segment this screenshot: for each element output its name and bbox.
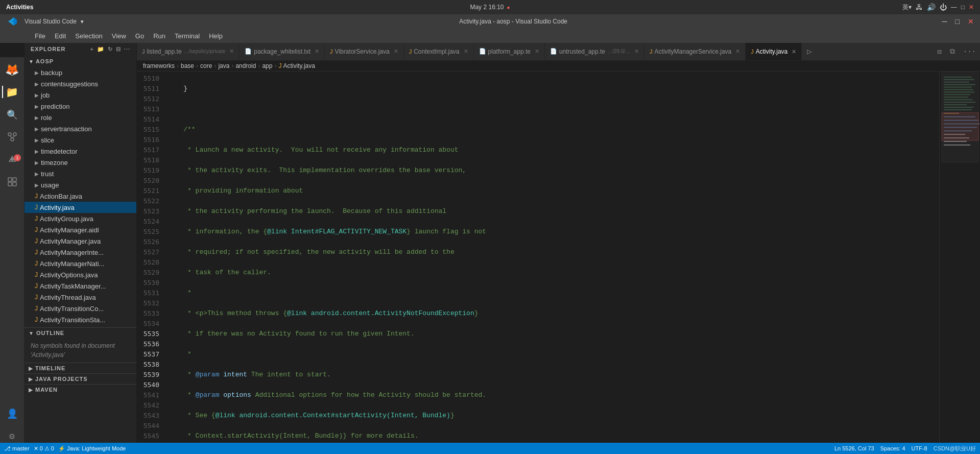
code-content[interactable]: } /** * Launch a new activity. You will … bbox=[163, 71, 939, 454]
folder-role[interactable]: ▶ role bbox=[25, 112, 136, 123]
status-errors[interactable]: ✕ 0 ⚠ 0 bbox=[34, 445, 54, 452]
more-btn[interactable]: ··· bbox=[959, 43, 980, 60]
menu-file[interactable]: File bbox=[31, 31, 50, 41]
maven-header[interactable]: ▶ MAVEN bbox=[25, 385, 136, 395]
tree-root-aosp[interactable]: ▼ AOSP bbox=[25, 56, 136, 67]
lang-indicator[interactable]: 英▾ bbox=[902, 3, 912, 12]
tab-run-button[interactable]: ▷ bbox=[803, 43, 816, 60]
file-activitytaskmgr[interactable]: J ActivityTaskManager... bbox=[25, 280, 136, 292]
activity-search[interactable]: 🔍 bbox=[2, 104, 22, 125]
menu-terminal[interactable]: Terminal bbox=[171, 31, 204, 41]
refresh-btn[interactable]: ↻ bbox=[108, 46, 113, 53]
svg-point-1 bbox=[13, 133, 16, 136]
more-actions-btn[interactable]: ··· bbox=[124, 46, 130, 53]
file-activityoptions[interactable]: J ActivityOptions.java bbox=[25, 269, 136, 280]
bc-android[interactable]: android bbox=[235, 62, 256, 69]
outline-empty: No symbols found in document 'Activity.j… bbox=[25, 338, 136, 363]
tab-untrusted-close[interactable]: ✕ bbox=[634, 48, 639, 55]
mic-icon: 🔊 bbox=[927, 3, 936, 11]
activity-extensions[interactable] bbox=[2, 172, 22, 192]
folder-servertransaction[interactable]: ▶ servertransaction bbox=[25, 123, 136, 134]
new-folder-btn[interactable]: 📁 bbox=[97, 46, 105, 53]
window-close[interactable]: ✕ bbox=[969, 4, 974, 11]
code-area[interactable]: 5510 5511 5512 5513 5514 5515 5516 5517 … bbox=[137, 71, 980, 454]
status-notifications: CSDN@职业U好 bbox=[934, 445, 976, 452]
tab-ams-close[interactable]: ✕ bbox=[735, 48, 740, 55]
bc-app[interactable]: app bbox=[262, 62, 272, 69]
tab-activitymanagerservice[interactable]: J ActivityManagerService.java ✕ bbox=[644, 43, 746, 60]
window-maximize[interactable]: □ bbox=[961, 4, 965, 11]
tab-platform-close[interactable]: ✕ bbox=[535, 48, 539, 55]
activity-firefox[interactable]: 🦊 bbox=[2, 59, 22, 80]
activities-label[interactable]: Activities bbox=[6, 4, 33, 11]
menu-go[interactable]: Go bbox=[131, 31, 148, 41]
app-icon-area bbox=[0, 17, 25, 26]
activity-accounts[interactable]: 👤 bbox=[2, 403, 22, 423]
win-maximize-btn[interactable]: □ bbox=[955, 17, 960, 26]
timeline-section: ▶ TIMELINE bbox=[25, 363, 136, 373]
menu-run[interactable]: Run bbox=[149, 31, 170, 41]
tab-untrusted-app[interactable]: 📄 untrusted_app.te …/29.0/… ✕ bbox=[545, 43, 644, 60]
vscode-label[interactable]: Visual Studio Code ▼ bbox=[25, 18, 85, 25]
collapse-btn[interactable]: ⊟ bbox=[116, 46, 121, 53]
win-minimize-btn[interactable]: ─ bbox=[942, 17, 947, 26]
timeline-header[interactable]: ▶ TIMELINE bbox=[25, 363, 136, 373]
breadcrumb: frameworks › base › core › java › androi… bbox=[137, 61, 980, 71]
tab-whitelist-close[interactable]: ✕ bbox=[315, 48, 319, 55]
outline-header[interactable]: ▼ OUTLINE bbox=[25, 328, 136, 338]
folder-prediction[interactable]: ▶ prediction bbox=[25, 101, 136, 112]
tab-contextimpl[interactable]: J ContextImpl.java ✕ bbox=[404, 43, 474, 60]
tab-vibrator-close[interactable]: ✕ bbox=[394, 48, 398, 55]
bc-frameworks[interactable]: frameworks bbox=[143, 62, 175, 69]
file-activity[interactable]: J Activity.java bbox=[25, 202, 136, 213]
file-activitymanager[interactable]: J ActivityManager.java bbox=[25, 235, 136, 247]
file-activitytransta[interactable]: J ActivityTransitionSta... bbox=[25, 314, 136, 325]
file-actionbar[interactable]: J ActionBar.java bbox=[25, 190, 136, 202]
bc-core[interactable]: core bbox=[200, 62, 212, 69]
status-branch[interactable]: ⎇ master bbox=[4, 445, 30, 452]
file-activitythread[interactable]: J ActivityThread.java bbox=[25, 292, 136, 303]
tab-listed-close[interactable]: ✕ bbox=[229, 48, 234, 55]
bc-file[interactable]: J Activity.java bbox=[278, 62, 315, 69]
status-java-mode[interactable]: ⚡ Java: Lightweight Mode bbox=[58, 445, 126, 452]
folder-trust[interactable]: ▶ trust bbox=[25, 168, 136, 179]
win-close-btn[interactable]: ✕ bbox=[968, 17, 974, 26]
folder-slice[interactable]: ▶ slice bbox=[25, 134, 136, 146]
file-activitymanagerint[interactable]: J ActivityManagerInte... bbox=[25, 247, 136, 258]
bc-java[interactable]: java bbox=[218, 62, 229, 69]
menu-edit[interactable]: Edit bbox=[51, 31, 70, 41]
tab-activity-java[interactable]: J Activity.java ✕ bbox=[746, 43, 802, 60]
folder-timezone[interactable]: ▶ timezone bbox=[25, 157, 136, 168]
file-activitymanagernati[interactable]: J ActivityManagerNati... bbox=[25, 258, 136, 269]
folder-timedetector[interactable]: ▶ timedetector bbox=[25, 146, 136, 157]
status-spaces[interactable]: Spaces: 4 bbox=[880, 445, 905, 451]
tab-vibrator[interactable]: J VibratorService.java ✕ bbox=[325, 43, 404, 60]
tab-activity-close[interactable]: ✕ bbox=[792, 49, 796, 55]
folder-usage[interactable]: ▶ usage bbox=[25, 179, 136, 190]
tab-contextimpl-close[interactable]: ✕ bbox=[464, 48, 468, 55]
file-activitygroup[interactable]: J ActivityGroup.java bbox=[25, 213, 136, 224]
new-file-btn[interactable]: + bbox=[90, 46, 93, 53]
tab-package-whitelist[interactable]: 📄 package_whitelist.txt ✕ bbox=[240, 43, 325, 60]
folder-backup[interactable]: ▶ backup bbox=[25, 67, 136, 78]
folder-job[interactable]: ▶ job bbox=[25, 89, 136, 101]
split-editor-btn[interactable]: ⧉ bbox=[946, 43, 959, 60]
tab-listed-app[interactable]: J listed_app.te …/sepolicy/private ✕ bbox=[137, 43, 240, 60]
window-minimize[interactable]: — bbox=[951, 4, 957, 11]
activity-explorer[interactable]: 📁 bbox=[2, 82, 22, 102]
tab-platform-app[interactable]: 📄 platform_app.te ✕ bbox=[474, 43, 545, 60]
status-encoding[interactable]: UTF-8 bbox=[912, 445, 927, 451]
activity-scm[interactable] bbox=[2, 127, 22, 147]
svg-line-3 bbox=[10, 136, 12, 138]
file-activitymanager-aidl[interactable]: J ActivityManager.aidl bbox=[25, 224, 136, 235]
explorer-header: EXPLORER + 📁 ↻ ⊟ ··· bbox=[25, 43, 136, 56]
folder-contentsuggestions[interactable]: ▶ contentsuggestions bbox=[25, 78, 136, 89]
status-position[interactable]: Ln 5526, Col 73 bbox=[834, 445, 874, 451]
menu-selection[interactable]: Selection bbox=[71, 31, 106, 41]
bc-base[interactable]: base bbox=[181, 62, 194, 69]
java-projects-header[interactable]: ▶ JAVA PROJECTS bbox=[25, 374, 136, 384]
file-activitytransco[interactable]: J ActivityTransitionCo... bbox=[25, 303, 136, 314]
menu-view[interactable]: View bbox=[108, 31, 130, 41]
menu-help[interactable]: Help bbox=[205, 31, 227, 41]
editor-layout-btn[interactable]: ⊟ bbox=[933, 43, 945, 60]
